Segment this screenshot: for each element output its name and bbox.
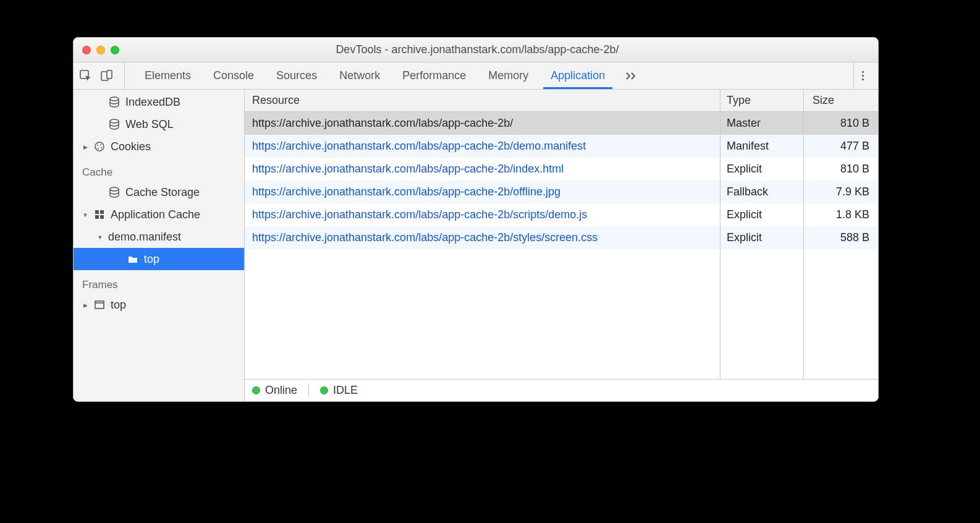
svg-rect-15 (95, 301, 104, 308)
database-icon (108, 118, 120, 130)
tab-label: Elements (145, 69, 191, 82)
chevron-right-icon (82, 301, 88, 308)
sidebar-item-label: top (144, 253, 159, 266)
status-online: Online (252, 384, 297, 397)
sidebar-item-label: Web SQL (125, 118, 174, 131)
sidebar-item-frame-top[interactable]: top (74, 248, 244, 270)
svg-point-9 (98, 148, 99, 149)
more-options-icon[interactable] (853, 62, 872, 89)
tab-network[interactable]: Network (328, 62, 391, 89)
svg-rect-12 (100, 210, 104, 214)
sidebar-item-application-cache[interactable]: Application Cache (74, 203, 244, 226)
device-toolbar-icon[interactable] (101, 70, 113, 82)
table-body: https://archive.jonathanstark.com/labs/a… (245, 112, 878, 249)
status-label: Online (265, 384, 297, 397)
sidebar-item-label: Cache Storage (125, 186, 200, 199)
tabs-overflow-icon[interactable] (616, 62, 647, 89)
sidebar-item-manifest[interactable]: demo.manifest (74, 226, 244, 248)
frame-icon (93, 299, 106, 311)
tab-memory[interactable]: Memory (477, 62, 539, 89)
svg-point-3 (110, 97, 119, 101)
cell-resource: https://archive.jonathanstark.com/labs/a… (245, 181, 720, 203)
titlebar: DevTools - archive.jonathanstark.com/lab… (74, 38, 878, 62)
tab-label: Network (339, 69, 380, 82)
cell-size: 1.8 KB (804, 203, 878, 226)
tab-label: Performance (402, 69, 466, 82)
cell-type: Explicit (720, 226, 804, 249)
cell-type: Fallback (720, 181, 804, 203)
col-header-size[interactable]: Size (804, 90, 878, 111)
chevron-down-icon (82, 211, 88, 218)
resources-table: Resource Type Size https://archive.jonat… (245, 90, 878, 379)
chevron-right-icon (82, 143, 88, 150)
svg-rect-13 (95, 215, 99, 219)
cell-size: 810 B (804, 158, 878, 181)
status-bar: Online IDLE (245, 379, 878, 401)
cell-resource: https://archive.jonathanstark.com/labs/a… (245, 203, 720, 226)
cookie-icon (93, 140, 106, 153)
database-icon (108, 96, 120, 108)
led-icon (320, 386, 328, 394)
sidebar-item-label: demo.manifest (108, 231, 181, 244)
table-row[interactable]: https://archive.jonathanstark.com/labs/a… (245, 226, 878, 249)
svg-point-10 (110, 187, 119, 191)
svg-rect-14 (100, 215, 104, 219)
table-header: Resource Type Size (245, 90, 878, 112)
tab-label: Memory (488, 69, 528, 82)
sidebar-item-label: Application Cache (111, 208, 200, 221)
table-fill (245, 249, 878, 379)
cell-type: Explicit (720, 158, 804, 181)
cell-resource: https://archive.jonathanstark.com/labs/a… (245, 135, 720, 158)
svg-point-6 (97, 145, 98, 146)
cell-type: Master (720, 112, 804, 135)
sidebar-item-label: IndexedDB (125, 96, 180, 109)
sidebar-item-frames-top[interactable]: top (74, 294, 244, 316)
toolbar: Elements Console Sources Network Perform… (74, 62, 878, 90)
folder-icon (127, 253, 139, 265)
divider (308, 385, 309, 397)
cell-resource: https://archive.jonathanstark.com/labs/a… (245, 226, 720, 249)
main-content: Resource Type Size https://archive.jonat… (245, 90, 878, 401)
status-idle: IDLE (320, 384, 358, 397)
tab-console[interactable]: Console (202, 62, 265, 89)
cell-resource: https://archive.jonathanstark.com/labs/a… (245, 158, 720, 181)
sidebar-item-websql[interactable]: Web SQL (74, 113, 244, 135)
table-row[interactable]: https://archive.jonathanstark.com/labs/a… (245, 135, 878, 158)
tab-label: Sources (276, 69, 317, 82)
cell-size: 477 B (804, 135, 878, 158)
cell-resource: https://archive.jonathanstark.com/labs/a… (245, 112, 720, 135)
svg-point-4 (110, 119, 119, 123)
table-row[interactable]: https://archive.jonathanstark.com/labs/a… (245, 112, 878, 135)
window-title: DevTools - archive.jonathanstark.com/lab… (85, 43, 869, 56)
col-header-resource[interactable]: Resource (245, 90, 720, 111)
table-row[interactable]: https://archive.jonathanstark.com/labs/a… (245, 158, 878, 181)
svg-rect-2 (107, 70, 112, 79)
sidebar-item-cache-storage[interactable]: Cache Storage (74, 181, 244, 203)
sidebar-item-cookies[interactable]: Cookies (74, 135, 244, 158)
panel-body: IndexedDB Web SQL Cookies Cache (74, 90, 878, 401)
inspect-element-icon[interactable] (80, 70, 92, 82)
svg-point-8 (101, 147, 102, 148)
sidebar-item-indexeddb[interactable]: IndexedDB (74, 91, 244, 113)
col-header-type[interactable]: Type (720, 90, 804, 111)
chevron-down-icon (97, 233, 103, 240)
tab-performance[interactable]: Performance (391, 62, 477, 89)
svg-rect-11 (95, 210, 99, 214)
tab-label: Application (551, 69, 605, 82)
tab-application[interactable]: Application (539, 62, 616, 89)
sidebar-section-frames: Frames (74, 270, 244, 294)
sidebar-item-label: top (111, 299, 126, 312)
svg-point-5 (95, 142, 104, 151)
sidebar-item-label: Cookies (111, 140, 151, 153)
tab-sources[interactable]: Sources (265, 62, 328, 89)
table-row[interactable]: https://archive.jonathanstark.com/labs/a… (245, 203, 878, 226)
cell-size: 588 B (804, 226, 878, 249)
table-row[interactable]: https://archive.jonathanstark.com/labs/a… (245, 181, 878, 203)
sidebar-section-cache: Cache (74, 158, 244, 181)
application-sidebar: IndexedDB Web SQL Cookies Cache (74, 90, 245, 401)
panel-tabs: Elements Console Sources Network Perform… (133, 62, 647, 89)
tab-elements[interactable]: Elements (133, 62, 202, 89)
cell-type: Manifest (720, 135, 804, 158)
cell-size: 810 B (804, 112, 878, 135)
svg-point-7 (100, 144, 101, 145)
